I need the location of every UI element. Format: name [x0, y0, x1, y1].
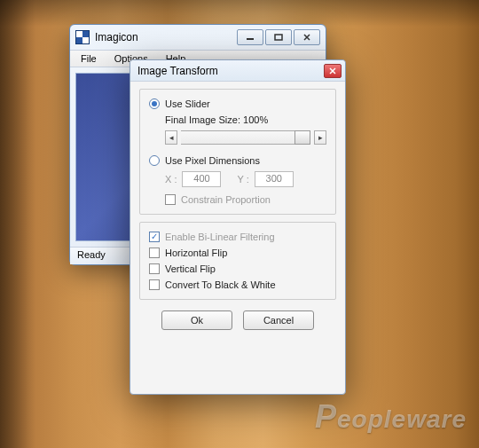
size-slider[interactable]: ◂ ▸: [165, 130, 326, 145]
svg-rect-0: [247, 38, 254, 40]
maximize-button[interactable]: [265, 29, 292, 45]
watermark-p: P: [315, 398, 337, 435]
close-button[interactable]: [294, 29, 320, 45]
constrain-checkbox[interactable]: [165, 194, 176, 205]
x-input[interactable]: 400: [182, 171, 221, 187]
dialog-title: Image Transform: [137, 65, 218, 77]
dialog-buttons: Ok Cancel: [139, 307, 336, 337]
image-transform-dialog: Image Transform Use Slider Final Image S…: [130, 59, 346, 395]
bilinear-checkbox[interactable]: [149, 232, 160, 242]
vflip-label: Vertical Flip: [165, 263, 216, 274]
slider-track[interactable]: [181, 130, 310, 145]
y-input[interactable]: 300: [255, 171, 294, 187]
hflip-checkbox[interactable]: [149, 248, 160, 258]
minimize-button[interactable]: [237, 29, 263, 45]
watermark: Peopleware: [315, 398, 467, 436]
menu-file[interactable]: File: [74, 52, 104, 65]
filter-group: Enable Bi-Linear Filtering Horizontal Fl…: [139, 222, 336, 300]
use-pixel-radio[interactable]: [149, 155, 160, 166]
bw-checkbox[interactable]: [149, 279, 160, 290]
ok-button[interactable]: Ok: [161, 310, 232, 330]
slider-right-button[interactable]: ▸: [314, 130, 326, 145]
use-slider-radio[interactable]: [149, 98, 160, 109]
watermark-text: eopleware: [337, 405, 467, 433]
cancel-button[interactable]: Cancel: [243, 310, 314, 330]
use-slider-label: Use Slider: [165, 98, 210, 109]
svg-rect-1: [275, 35, 282, 40]
app-icon: [75, 30, 90, 44]
hflip-label: Horizontal Flip: [165, 248, 227, 258]
x-label: X :: [165, 174, 177, 185]
use-pixel-label: Use Pixel Dimensions: [165, 155, 260, 166]
y-label: Y :: [237, 174, 248, 185]
constrain-label: Constrain Proportion: [181, 194, 271, 205]
bw-label: Convert To Black & White: [165, 279, 276, 290]
main-titlebar[interactable]: Imagicon: [70, 25, 326, 50]
window-buttons: [237, 29, 320, 45]
slider-thumb[interactable]: [294, 130, 310, 145]
dialog-close-button[interactable]: [324, 64, 342, 78]
slider-left-button[interactable]: ◂: [165, 130, 177, 145]
main-title: Imagicon: [95, 31, 138, 43]
bilinear-label: Enable Bi-Linear Filtering: [165, 232, 275, 242]
size-group: Use Slider Final Image Size: 100% ◂ ▸ Us…: [139, 89, 336, 215]
dialog-titlebar[interactable]: Image Transform: [130, 60, 345, 82]
vflip-checkbox[interactable]: [149, 263, 160, 274]
close-icon: [328, 67, 337, 75]
final-size-label: Final Image Size: 100%: [165, 114, 268, 125]
